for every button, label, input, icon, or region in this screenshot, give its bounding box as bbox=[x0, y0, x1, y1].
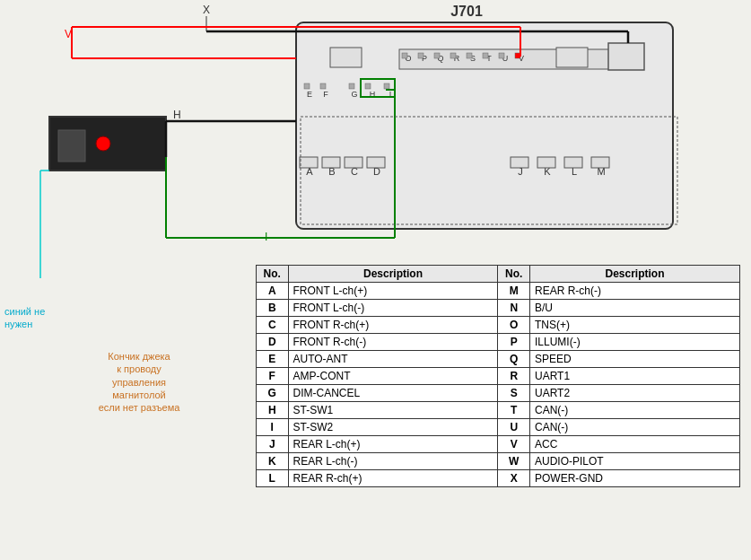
svg-rect-51 bbox=[564, 157, 582, 168]
pin-table: No. Description No. Description AFRONT L… bbox=[256, 265, 740, 487]
pin-desc: REAR R-ch(-) bbox=[529, 283, 739, 300]
pin-id: J bbox=[257, 436, 289, 453]
svg-rect-18 bbox=[402, 53, 407, 58]
svg-rect-21 bbox=[450, 53, 456, 58]
pin-desc: AUTO-ANT bbox=[288, 351, 498, 368]
pin-id: O bbox=[498, 317, 530, 334]
svg-rect-48 bbox=[367, 157, 385, 168]
wiring-diagram: J701 N O P Q R S T U V W X E F G bbox=[0, 0, 751, 278]
svg-rect-23 bbox=[483, 53, 488, 58]
svg-rect-16 bbox=[556, 48, 588, 67]
pin-desc: POWER-GND bbox=[529, 470, 739, 487]
svg-text:X: X bbox=[203, 4, 210, 16]
pin-desc: CAN(-) bbox=[529, 419, 739, 436]
pin-id: T bbox=[498, 402, 530, 419]
table-row: FAMP-CONTRUART1 bbox=[257, 368, 740, 385]
svg-point-66 bbox=[96, 136, 110, 151]
pin-id: N bbox=[498, 300, 530, 317]
table-row: DFRONT R-ch(-)PILLUMI(-) bbox=[257, 334, 740, 351]
svg-rect-50 bbox=[537, 157, 555, 168]
annotation-label: Кончик джекак проводууправлениямагнитоло… bbox=[81, 350, 197, 414]
pin-desc: ST-SW2 bbox=[288, 419, 498, 436]
pin-id: G bbox=[257, 385, 289, 402]
pin-desc: AMP-CONT bbox=[288, 368, 498, 385]
svg-rect-17 bbox=[608, 43, 644, 70]
pin-desc: AUDIO-PILOT bbox=[529, 453, 739, 470]
svg-rect-22 bbox=[467, 53, 472, 58]
svg-text:V: V bbox=[65, 28, 72, 40]
svg-rect-65 bbox=[58, 130, 85, 162]
pin-id: E bbox=[257, 351, 289, 368]
table-row: EAUTO-ANTQSPEED bbox=[257, 351, 740, 368]
col-header-no2: No. bbox=[498, 266, 530, 283]
svg-text:I: I bbox=[265, 231, 267, 243]
pin-desc: FRONT R-ch(+) bbox=[288, 317, 498, 334]
col-header-no1: No. bbox=[257, 266, 289, 283]
table-row: HST-SW1TCAN(-) bbox=[257, 402, 740, 419]
col-header-desc2: Description bbox=[529, 266, 739, 283]
pin-id: X bbox=[498, 470, 530, 487]
svg-rect-32 bbox=[320, 83, 326, 89]
svg-rect-31 bbox=[304, 83, 310, 89]
table-row: AFRONT L-ch(+)MREAR R-ch(-) bbox=[257, 283, 740, 300]
svg-rect-15 bbox=[330, 48, 362, 67]
pin-desc: B/U bbox=[529, 300, 739, 317]
table-row: LREAR R-ch(+)XPOWER-GND bbox=[257, 470, 740, 487]
svg-rect-24 bbox=[499, 53, 504, 58]
table-row: CFRONT R-ch(+)OTNS(+) bbox=[257, 317, 740, 334]
svg-text:E: E bbox=[307, 90, 312, 99]
pin-id: P bbox=[498, 334, 530, 351]
pin-desc: ST-SW1 bbox=[288, 402, 498, 419]
pin-id: L bbox=[257, 470, 289, 487]
table-row: BFRONT L-ch(-)NB/U bbox=[257, 300, 740, 317]
svg-rect-19 bbox=[418, 53, 424, 58]
pin-desc: REAR R-ch(+) bbox=[288, 470, 498, 487]
col-header-desc1: Description bbox=[288, 266, 498, 283]
pin-id: D bbox=[257, 334, 289, 351]
pin-id: I bbox=[257, 419, 289, 436]
pin-desc: REAR L-ch(-) bbox=[288, 453, 498, 470]
pin-id: W bbox=[498, 453, 530, 470]
svg-rect-49 bbox=[511, 157, 528, 168]
pin-desc: FRONT L-ch(+) bbox=[288, 283, 498, 300]
pin-desc: FRONT R-ch(-) bbox=[288, 334, 498, 351]
pin-desc: TNS(+) bbox=[529, 317, 739, 334]
main-container: J701 N O P Q R S T U V W X E F G bbox=[0, 0, 751, 560]
pin-desc: CAN(-) bbox=[529, 402, 739, 419]
table-row: KREAR L-ch(-)WAUDIO-PILOT bbox=[257, 453, 740, 470]
pin-id: M bbox=[498, 283, 530, 300]
pin-id: A bbox=[257, 283, 289, 300]
svg-rect-20 bbox=[434, 53, 440, 58]
svg-rect-35 bbox=[384, 83, 389, 89]
svg-rect-33 bbox=[349, 83, 354, 89]
pin-desc: REAR L-ch(+) bbox=[288, 436, 498, 453]
pin-desc: UART2 bbox=[529, 385, 739, 402]
pin-id: K bbox=[257, 453, 289, 470]
pin-desc: DIM-CANCEL bbox=[288, 385, 498, 402]
table-row: GDIM-CANCELSUART2 bbox=[257, 385, 740, 402]
pin-desc: UART1 bbox=[529, 368, 739, 385]
svg-rect-45 bbox=[300, 157, 318, 168]
svg-rect-34 bbox=[365, 83, 371, 89]
svg-rect-52 bbox=[591, 157, 609, 168]
pin-desc: ACC bbox=[529, 436, 739, 453]
pin-id: U bbox=[498, 419, 530, 436]
svg-text:G: G bbox=[351, 90, 357, 99]
pin-id: C bbox=[257, 317, 289, 334]
svg-rect-46 bbox=[322, 157, 340, 168]
pin-table-container: No. Description No. Description AFRONT L… bbox=[256, 265, 740, 560]
pin-desc: ILLUMI(-) bbox=[529, 334, 739, 351]
pin-id: S bbox=[498, 385, 530, 402]
pin-id: B bbox=[257, 300, 289, 317]
pin-id: V bbox=[498, 436, 530, 453]
table-row: JREAR L-ch(+)VACC bbox=[257, 436, 740, 453]
pin-id: F bbox=[257, 368, 289, 385]
table-row: IST-SW2UCAN(-) bbox=[257, 419, 740, 436]
pin-id: H bbox=[257, 402, 289, 419]
blue-label: синий не нужен bbox=[4, 305, 54, 331]
svg-text:J701: J701 bbox=[450, 4, 483, 19]
pin-desc: SPEED bbox=[529, 351, 739, 368]
svg-text:H: H bbox=[173, 109, 181, 121]
pin-desc: FRONT L-ch(-) bbox=[288, 300, 498, 317]
pin-id: Q bbox=[498, 351, 530, 368]
